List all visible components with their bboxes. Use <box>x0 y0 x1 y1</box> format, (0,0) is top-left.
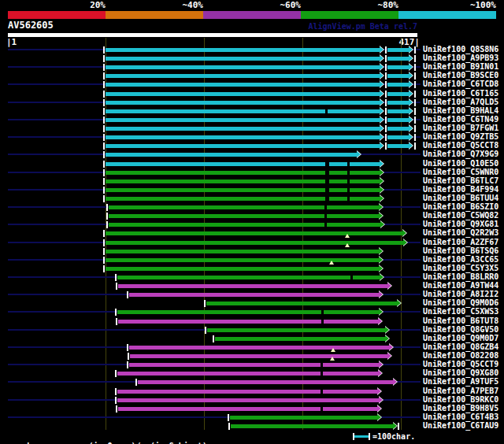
arrowhead-icon <box>379 213 383 219</box>
row-label: UniRef100_Q9XG81 <box>423 220 498 228</box>
segment-start-tick <box>385 81 387 88</box>
scalebar-line <box>354 435 369 438</box>
segment-start-tick <box>103 178 105 185</box>
arrowhead-icon <box>409 72 413 79</box>
segment-end-tick <box>414 134 416 141</box>
alignment-bar <box>129 363 379 367</box>
segment-start-tick <box>103 187 105 194</box>
segment-end-tick <box>398 423 399 430</box>
subject-gap-tick <box>321 363 323 367</box>
segment-start-tick <box>385 99 387 106</box>
alignment-bar <box>106 267 379 271</box>
arrowhead-icon <box>380 72 384 79</box>
scale-label-3: ~60% <box>203 1 301 10</box>
row-label: UniRef100_A9PB93 <box>423 54 498 62</box>
row-label: UniRef100_C5XWS3 <box>423 307 498 316</box>
subject-gap-tick <box>325 162 329 166</box>
arrowhead-icon <box>380 134 384 140</box>
segment-end-tick <box>414 64 416 71</box>
query-id: AV562605 <box>8 20 54 30</box>
scale-label-2: ~40% <box>106 1 203 10</box>
segment-start-tick <box>103 134 105 141</box>
segment-start-tick <box>385 46 387 54</box>
alignment-bar <box>106 127 380 131</box>
arrowhead-icon <box>380 99 384 105</box>
segment-start-tick <box>115 370 117 377</box>
alignment-bar <box>387 74 409 78</box>
arrowhead-icon <box>377 414 381 420</box>
segment-start-tick <box>103 64 105 71</box>
subject-gap-tick <box>347 188 350 192</box>
segment-start-tick <box>103 161 105 168</box>
arrowhead-icon <box>357 151 361 157</box>
alignment-bar <box>118 407 377 411</box>
segment-start-tick <box>103 55 105 62</box>
row-label: UniRef100_B9H8V5 <box>423 404 498 413</box>
row-label: UniRef100_Q7X9G9 <box>423 150 498 158</box>
row-label: UniRef100_Q8GZB4 <box>423 342 498 351</box>
scale-segment-1 <box>8 11 106 19</box>
alignment-bar <box>106 171 380 175</box>
alignment-bar <box>106 83 380 87</box>
alignment-bar <box>387 127 409 131</box>
subject-gap-tick <box>321 407 323 411</box>
alignment-bar <box>106 241 403 245</box>
subject-gap-tick <box>325 171 329 175</box>
segment-start-tick <box>213 335 214 342</box>
segment-end-tick <box>414 142 416 150</box>
subject-gap-tick <box>321 390 323 394</box>
segment-start-tick <box>115 274 117 281</box>
segment-start-tick <box>135 379 137 386</box>
alignment-bar <box>387 57 409 61</box>
scale-segment-3 <box>203 11 301 19</box>
scale-label-1: 20% <box>8 1 106 10</box>
alignment-bar <box>118 320 378 324</box>
row-label: UniRef100_C6TN49 <box>423 115 498 124</box>
segment-start-tick <box>103 142 105 150</box>
gap-legend: Large gaps: ▲(in Query)/— (in Subject) <box>8 432 207 444</box>
segment-end-tick <box>414 72 416 80</box>
row-label: UniRef100_B9SCE0 <box>423 71 498 80</box>
alignment-bar <box>106 48 380 52</box>
subject-gap-tick <box>347 197 350 201</box>
segment-end-tick <box>414 55 416 62</box>
segment-start-tick <box>116 283 117 290</box>
scalebar-label: =100char. <box>372 432 415 442</box>
alignment-bar <box>129 293 379 297</box>
segment-end-tick <box>414 117 416 124</box>
segment-start-tick <box>385 142 387 150</box>
query-gap-triangle-icon <box>329 261 334 265</box>
alignment-bar <box>387 109 409 113</box>
alignment-bar <box>117 276 380 279</box>
row-label: UniRef100_Q9M0D7 <box>423 334 498 342</box>
segment-start-tick <box>115 397 117 404</box>
subject-gap-tick <box>321 372 323 376</box>
arrowhead-icon <box>389 344 393 350</box>
segment-start-tick <box>385 134 387 141</box>
arrowhead-icon <box>380 221 384 228</box>
alignment-bar <box>106 231 402 235</box>
alignment-bar <box>387 65 409 69</box>
alignment-bar <box>206 302 397 305</box>
segment-end-tick <box>414 125 416 132</box>
segment-start-tick <box>385 91 387 98</box>
alignment-bar <box>106 109 380 113</box>
alignment-bar <box>106 92 380 96</box>
segment-start-tick <box>127 291 128 298</box>
arrowhead-icon <box>380 125 384 131</box>
arrowhead-icon <box>378 318 382 324</box>
segment-end-tick <box>414 91 416 98</box>
row-label: UniRef100_C6TCD8 <box>423 80 498 88</box>
segment-start-tick <box>228 423 230 430</box>
segment-end-tick <box>414 99 416 106</box>
segment-start-tick <box>106 221 108 228</box>
row-label: UniRef100_B7FGW1 <box>423 124 498 132</box>
arrowhead-icon <box>380 117 384 123</box>
subject-gap-tick <box>321 320 324 324</box>
subject-gap-tick <box>324 214 327 218</box>
row-label: UniRef100_B9IN01 <box>423 62 498 71</box>
row-label: UniRef100_B4F994 <box>423 185 498 194</box>
query-gap-triangle-icon <box>345 243 350 247</box>
alignment-bar <box>106 188 380 192</box>
arrowhead-icon <box>379 257 383 263</box>
